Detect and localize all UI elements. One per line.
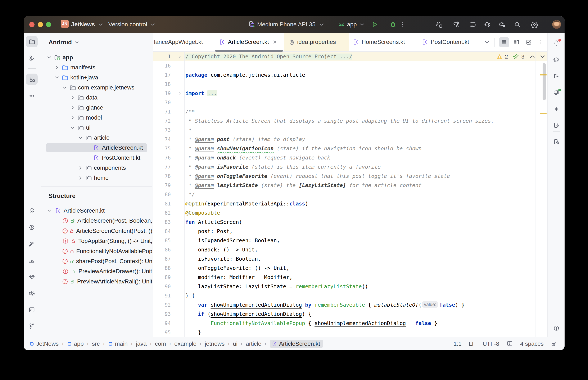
tree-row-postcontent-kt[interactable]: PostContent.kt — [41, 153, 152, 162]
structure-row-file[interactable]: ArticleScreen.kt — [41, 206, 152, 215]
highlighting-level-icon[interactable] — [507, 341, 513, 347]
logcat-tool-button[interactable] — [26, 287, 38, 299]
editor-scrollbar-thumb[interactable] — [543, 63, 546, 100]
breadcrumb-ui[interactable]: ui — [233, 341, 238, 347]
structure-row-function[interactable]: fArticleScreen(Post, Boolean, — [41, 216, 152, 225]
zoom-window-button[interactable] — [46, 22, 51, 27]
close-tab-icon[interactable] — [272, 39, 277, 44]
editor-view-list-button[interactable] — [499, 37, 509, 47]
tree-row-ui[interactable]: ui — [41, 123, 152, 132]
project-selector[interactable]: JetNews — [71, 16, 103, 33]
debug-button[interactable] — [388, 20, 397, 29]
profiler-tool-button[interactable] — [26, 255, 38, 267]
gradle-tool-button[interactable] — [550, 54, 562, 65]
terminal-tool-button[interactable] — [26, 304, 38, 315]
build-tool-button[interactable] — [26, 239, 38, 250]
breadcrumb-jetnews[interactable]: JetNews — [29, 341, 59, 347]
tree-row-app[interactable]: app — [41, 53, 152, 62]
breadcrumb-jetnews[interactable]: jetnews — [205, 341, 225, 347]
chevron-down-icon[interactable] — [46, 55, 52, 60]
warning-stripe-mark[interactable] — [540, 74, 547, 76]
breadcrumb-src[interactable]: src — [92, 341, 100, 347]
chevron-down-icon[interactable] — [54, 75, 60, 80]
chevron-right-icon[interactable] — [69, 115, 76, 120]
lock-open-icon[interactable] — [551, 341, 557, 347]
resource-manager-tool-button[interactable] — [26, 52, 38, 64]
chevron-down-icon[interactable] — [78, 135, 84, 140]
tree-row-articlescreen-kt[interactable]: ArticleScreen.kt — [41, 143, 152, 152]
chevron-down-icon[interactable] — [46, 208, 52, 213]
build-button[interactable] — [435, 20, 443, 29]
tree-row-manifests[interactable]: manifests — [41, 63, 152, 72]
fold-chevron-icon[interactable] — [176, 89, 183, 98]
project-view-selector[interactable]: Android — [49, 39, 79, 46]
settings-button[interactable] — [530, 20, 539, 29]
next-problem-icon[interactable] — [540, 55, 545, 58]
chevron-down-icon[interactable] — [61, 85, 68, 90]
more-tool-windows-button[interactable] — [26, 90, 38, 102]
gemini-tool-button[interactable] — [550, 103, 562, 115]
more-actions-button[interactable] — [398, 20, 406, 29]
app-inspection-tool-button[interactable] — [26, 205, 38, 216]
app-quality-insights-tool-button[interactable] — [26, 271, 38, 283]
gradle-sync-button[interactable] — [498, 20, 507, 29]
inspections-widget[interactable]: 23 — [496, 52, 545, 61]
tree-row-kotlin-java[interactable]: kotlin+java — [41, 73, 152, 82]
structure-tool-button[interactable] — [26, 74, 38, 85]
structure-row-function[interactable]: fPreviewArticleDrawer(): Unit — [41, 267, 152, 276]
chevron-down-icon[interactable] — [69, 125, 76, 131]
close-window-button[interactable] — [29, 22, 35, 27]
line-separator-widget[interactable]: LF — [469, 341, 476, 347]
tree-row-data[interactable]: data — [41, 93, 152, 102]
project-tool-button[interactable] — [26, 36, 38, 47]
run-configuration-selector[interactable]: app — [347, 16, 364, 33]
chevron-right-icon[interactable] — [78, 175, 84, 181]
tree-row-model[interactable]: model — [41, 113, 152, 122]
breadcrumb-example[interactable]: example — [174, 341, 197, 347]
tree-row-components[interactable]: components — [41, 163, 152, 172]
tree-row-glance[interactable]: glance — [41, 103, 152, 112]
version-control-tool-button[interactable] — [26, 321, 38, 332]
run-button[interactable] — [370, 20, 379, 29]
device-explorer-tool-button[interactable] — [550, 120, 562, 131]
breadcrumb-app[interactable]: app — [67, 341, 84, 347]
hidden-tabs-button[interactable] — [482, 37, 492, 47]
tree-row-partial[interactable] — [41, 183, 152, 186]
tab-articlescreen-kt[interactable]: ArticleScreen.kt — [219, 33, 277, 51]
editor-view-split-button[interactable] — [511, 37, 522, 47]
services-tool-button[interactable] — [26, 222, 38, 233]
avatar[interactable] — [552, 20, 561, 29]
previous-problem-icon[interactable] — [530, 55, 535, 58]
structure-row-function[interactable]: fTopAppBar(String, () -> Unit, — [41, 236, 152, 246]
tree-row-article[interactable]: article — [41, 133, 152, 142]
indent-widget[interactable]: 4 spaces — [520, 341, 544, 347]
tab-lanceappwidget-kt[interactable]: lanceAppWidget.kt — [154, 33, 203, 51]
tree-row-com-example-jetnews[interactable]: com.example.jetnews — [41, 83, 152, 92]
warning-count[interactable]: 2 — [505, 54, 508, 60]
chevron-right-icon[interactable] — [69, 95, 76, 100]
caret-position-widget[interactable]: 1:1 — [453, 341, 462, 347]
breadcrumb-java[interactable]: java — [136, 341, 147, 347]
apply-code-changes-button[interactable] — [468, 20, 477, 29]
breadcrumb-com[interactable]: com — [155, 341, 166, 347]
chevron-right-icon[interactable] — [54, 65, 60, 70]
problems-tool-button[interactable] — [550, 323, 562, 334]
tab-idea-properties[interactable]: idea.properties — [289, 33, 336, 51]
structure-row-function[interactable]: fArticleScreenContent(Post, () — [41, 226, 152, 236]
tab-homescreens-kt[interactable]: HomeScreens.kt — [353, 33, 405, 51]
fold-chevron-icon[interactable] — [176, 52, 183, 61]
search-everywhere-button[interactable] — [513, 20, 522, 29]
structure-row-function[interactable]: fFunctionalityNotAvailablePop — [41, 247, 152, 256]
chevron-right-icon[interactable] — [78, 165, 84, 171]
breadcrumb-main[interactable]: main — [108, 341, 128, 347]
attach-debugger-button[interactable] — [483, 20, 492, 29]
editor-view-preview-button[interactable] — [524, 37, 534, 47]
encoding-widget[interactable]: UTF-8 — [483, 341, 499, 347]
device-file-explorer-tool-button[interactable] — [550, 136, 562, 147]
breadcrumb-articlescreen-kt[interactable]: ArticleScreen.kt — [270, 340, 323, 348]
running-devices-tool-button[interactable] — [550, 87, 562, 98]
structure-row-function[interactable]: fsharePost(Post, Context): Un — [41, 257, 152, 266]
minimize-window-button[interactable] — [38, 22, 43, 27]
tab-postcontent-kt[interactable]: PostContent.kt — [422, 33, 469, 51]
code-editor[interactable]: 1/ Copyright 2020 The Android Open Sourc… — [153, 52, 547, 337]
